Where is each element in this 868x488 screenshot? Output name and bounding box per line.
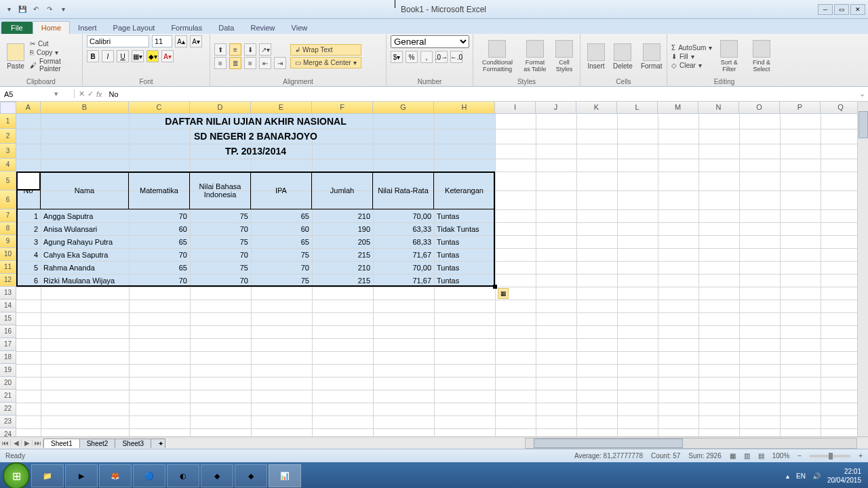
tab-insert[interactable]: Insert [70,22,105,34]
excel-icon[interactable]: ▾ [3,3,15,16]
cell-mat-4[interactable]: 65 [129,261,190,274]
cell-nama-0[interactable]: Angga Saputra [41,209,129,222]
tab-formulas[interactable]: Formulas [163,22,210,34]
italic-button[interactable]: I [102,50,114,62]
row-header-2[interactable]: 2 [0,129,16,144]
fill-button[interactable]: ⬇Fill ▾ [671,53,712,60]
view-layout-icon[interactable]: ▥ [744,452,750,460]
cell-bind-3[interactable]: 70 [190,248,251,261]
cell-ket-5[interactable]: Tuntas [434,274,495,287]
zoom-slider[interactable] [810,455,850,458]
row-header-9[interactable]: 9 [0,235,16,248]
format-painter-button[interactable]: 🖌Format Painter [30,58,78,73]
zoom-out-icon[interactable]: − [797,452,802,460]
border-button[interactable]: ▦▾ [132,50,144,62]
cell-styles-button[interactable]: Cell Styles [553,39,576,74]
col-header-Q[interactable]: Q [821,102,861,114]
increase-indent-icon[interactable]: ⇥ [274,57,286,69]
row-header-7[interactable]: 7 [0,209,16,222]
cell-ipa-2[interactable]: 65 [251,235,312,248]
col-header-A[interactable]: A [16,102,41,114]
minimize-button[interactable]: ─ [818,4,833,15]
increase-font-icon[interactable]: A▴ [175,35,187,47]
cell-no-4[interactable]: 5 [16,261,41,274]
autosum-button[interactable]: ΣAutoSum ▾ [671,44,712,52]
col-header-P[interactable]: P [780,102,821,114]
fill-color-button[interactable]: ◆▾ [146,50,159,62]
sheet-nav-next-icon[interactable]: ▶ [22,439,33,447]
cell-rata-1[interactable]: 63,33 [373,222,434,235]
row-header-8[interactable]: 8 [0,222,16,235]
cell-ipa-4[interactable]: 70 [251,261,312,274]
tray-clock[interactable]: 22:0120/04/2015 [827,467,861,485]
comma-icon[interactable]: , [420,51,433,63]
sheet-nav-last-icon[interactable]: ⏭ [33,439,43,447]
cell-rata-2[interactable]: 68,33 [373,235,434,248]
row-header-19[interactable]: 19 [0,364,16,377]
format-as-table-button[interactable]: Format as Table [520,39,550,74]
cell-ket-4[interactable]: Tuntas [434,261,495,274]
merge-center-button[interactable]: ▭Merge & Center ▾ [290,57,361,68]
row-header-18[interactable]: 18 [0,351,16,364]
cut-button[interactable]: ✂Cut [30,40,78,47]
col-header-H[interactable]: H [434,102,495,114]
redo-icon[interactable]: ↷ [43,3,56,16]
cell-jml-4[interactable]: 210 [312,261,373,274]
align-top-icon[interactable]: ⬆ [214,43,226,56]
cell-mat-0[interactable]: 70 [129,209,190,222]
decrease-indent-icon[interactable]: ⇤ [259,57,271,69]
row-header-22[interactable]: 22 [0,403,16,415]
align-bottom-icon[interactable]: ⬇ [244,43,256,56]
col-header-K[interactable]: K [576,102,617,114]
row-header-21[interactable]: 21 [0,390,16,403]
zoom-in-icon[interactable]: + [859,452,863,460]
row-header-20[interactable]: 20 [0,377,16,390]
tab-page-layout[interactable]: Page Layout [105,22,163,34]
increase-decimal-icon[interactable]: .0→ [435,51,448,63]
col-header-M[interactable]: M [658,102,698,114]
number-format-select[interactable]: General [391,35,469,48]
row-header-11[interactable]: 11 [0,261,16,274]
enter-formula-icon[interactable]: ✓ [87,89,94,98]
cell-bind-5[interactable]: 70 [190,274,251,287]
start-button[interactable]: ⊞ [3,462,30,488]
row-header-6[interactable]: 6 [0,190,16,209]
tab-review[interactable]: Review [242,22,283,34]
taskbar-chrome[interactable]: 🔵 [133,464,165,487]
tray-lang[interactable]: EN [796,472,806,480]
cell-ket-1[interactable]: Tidak Tuntas [434,222,495,235]
align-middle-icon[interactable]: ≡ [229,43,241,56]
taskbar-explorer[interactable]: 📁 [31,464,64,487]
cell-ipa-0[interactable]: 65 [251,209,312,222]
cell-ipa-5[interactable]: 75 [251,274,312,287]
paste-button[interactable]: Paste [4,42,27,71]
cell-jml-1[interactable]: 190 [312,222,373,235]
wrap-text-button[interactable]: ↲Wrap Text [290,44,361,56]
cell-no-5[interactable]: 6 [16,274,41,287]
cell-nama-3[interactable]: Cahya Eka Saputra [41,248,129,261]
font-color-button[interactable]: A▾ [161,50,174,62]
cell-bind-1[interactable]: 70 [190,222,251,235]
insert-cells-button[interactable]: Insert [585,42,608,71]
horizontal-scrollbar[interactable] [525,438,857,449]
cell-ipa-3[interactable]: 75 [251,248,312,261]
find-select-button[interactable]: Find & Select [746,39,777,74]
taskbar-app2[interactable]: ◆ [201,464,233,487]
cell-mat-2[interactable]: 65 [129,235,190,248]
view-normal-icon[interactable]: ▦ [730,452,736,460]
cell-rata-3[interactable]: 71,67 [373,248,434,261]
col-header-B[interactable]: B [41,102,129,114]
row-header-16[interactable]: 16 [0,325,16,338]
col-header-O[interactable]: O [739,102,780,114]
fill-handle[interactable] [493,285,497,289]
row-header-10[interactable]: 10 [0,248,16,261]
tab-data[interactable]: Data [210,22,242,34]
align-left-icon[interactable]: ≡ [214,57,226,69]
underline-button[interactable]: U [117,50,129,62]
select-all-corner[interactable] [0,102,16,114]
currency-icon[interactable]: $▾ [391,51,403,63]
font-name-input[interactable] [87,35,149,47]
cell-no-1[interactable]: 2 [16,222,41,235]
cell-no-0[interactable]: 1 [16,209,41,222]
format-cells-button[interactable]: Format [638,42,665,71]
